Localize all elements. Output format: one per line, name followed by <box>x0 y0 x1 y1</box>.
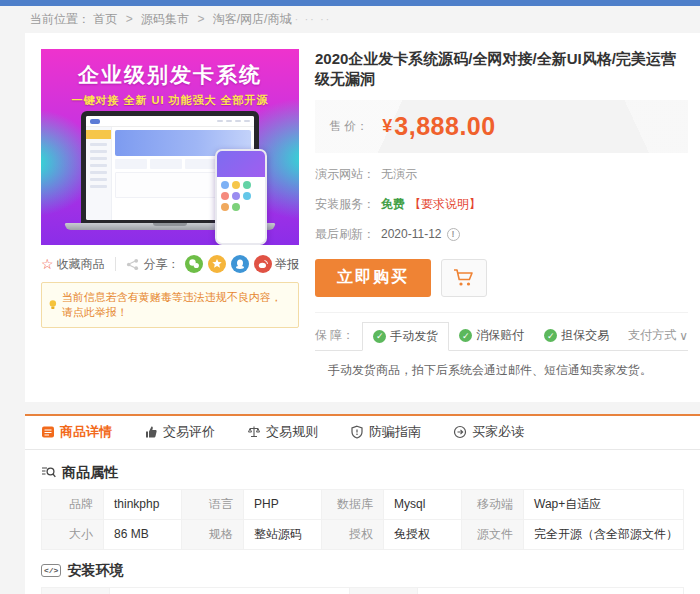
breadcrumb: 当前位置： 首页 > 源码集市 > 淘客/网店/商城 · ·· ·· <box>0 6 700 33</box>
tab-trade-rules[interactable]: 交易规则 <box>247 423 318 441</box>
product-summary-card: 企业级别发卡系统 一键对接 全新 UI 功能强大 全部开源 <box>25 33 700 402</box>
payment-methods-label: 支付方式 <box>628 327 676 344</box>
guarantee-label: 保 障： <box>315 327 354 344</box>
purchase-actions: 立即购买 <box>315 259 688 297</box>
breadcrumb-category-link[interactable]: 淘客/网店/商城 <box>213 12 292 26</box>
currency-symbol: ¥ <box>382 116 392 137</box>
tab-label: 防骗指南 <box>369 423 421 441</box>
attr-value: PHP <box>244 489 322 519</box>
env-label: 主机类型 <box>350 587 418 594</box>
check-icon: ✓ <box>544 329 557 342</box>
env-value: 免费 【要求说明】 <box>110 587 350 594</box>
badge-label: 消保赔付 <box>476 327 524 344</box>
tab-label: 交易规则 <box>266 423 318 441</box>
table-row: 安装服务 免费 【要求说明】 主机类型 独立主机（服务器、VPS、VM） <box>42 587 684 594</box>
attr-value: Mysql <box>384 489 462 519</box>
env-value: 独立主机（服务器、VPS、VM） <box>418 587 684 594</box>
badge-escrow-trade[interactable]: ✓ 担保交易 <box>534 322 619 349</box>
price-label: 售 价： <box>329 118 368 135</box>
demo-site-row: 演示网站： 无演示 <box>315 166 688 183</box>
attr-value: 完全开源（含全部源文件） <box>524 519 684 549</box>
shield-icon <box>350 425 364 439</box>
breadcrumb-label: 当前位置： <box>30 12 90 26</box>
tab-label: 交易评价 <box>163 423 215 441</box>
demo-site-label: 演示网站： <box>315 166 375 183</box>
install-service-row: 安装服务： 免费 【要求说明】 <box>315 196 688 213</box>
illegal-content-notice[interactable]: 当前信息若含有黄赌毒等违法违规不良内容，请点此举报！ <box>41 282 299 328</box>
breadcrumb-trailing-text: · ·· ·· <box>295 14 331 25</box>
attr-label: 语言 <box>182 489 244 519</box>
attributes-table: 品牌 thinkphp 语言 PHP 数据库 Mysql 移动端 Wap+自适应… <box>41 489 684 550</box>
attr-value: Wap+自适应 <box>524 489 684 519</box>
refresh-info-icon[interactable]: ! <box>447 228 460 241</box>
attr-label: 移动端 <box>462 489 524 519</box>
environment-heading: </> 安装环境 <box>41 562 684 580</box>
thumbs-up-icon <box>144 425 158 439</box>
attributes-heading-label: 商品属性 <box>62 464 118 482</box>
detail-content: 商品属性 品牌 thinkphp 语言 PHP 数据库 Mysql 移动端 Wa… <box>25 450 700 594</box>
favorite-share-row: ☆ 收藏商品 分享： <box>41 255 299 273</box>
notice-text: 当前信息若含有黄赌毒等违法违规不良内容，请点此举报！ <box>62 290 292 320</box>
laptop-mockup <box>65 111 275 230</box>
attr-value: thinkphp <box>104 489 182 519</box>
cart-icon <box>453 268 475 288</box>
table-row: 品牌 thinkphp 语言 PHP 数据库 Mysql 移动端 Wap+自适应 <box>42 489 684 519</box>
attr-value: 整站源码 <box>244 519 322 549</box>
badge-consumer-protection[interactable]: ✓ 消保赔付 <box>449 322 534 349</box>
divider <box>115 257 116 271</box>
price-bar: 售 价： ¥ 3,888.00 <box>315 100 688 153</box>
breadcrumb-separator: > <box>197 12 204 26</box>
environment-table: 安装服务 免费 【要求说明】 主机类型 独立主机（服务器、VPS、VM） 伪静态… <box>41 587 684 594</box>
product-detail-card: 商品详情 交易评价 交易规则 防骗指南 <box>25 414 700 594</box>
attr-label: 规格 <box>182 519 244 549</box>
share-label: 分享： <box>144 256 180 273</box>
install-requirement-link[interactable]: 【要求说明】 <box>409 196 481 213</box>
badge-manual-delivery[interactable]: ✓ 手动发货 <box>362 322 449 351</box>
breadcrumb-market-link[interactable]: 源码集市 <box>141 12 189 26</box>
tab-label: 买家必读 <box>472 423 524 441</box>
breadcrumb-separator: > <box>126 12 133 26</box>
banner-subline: 一键对接 全新 UI 功能强大 全部开源 <box>41 93 299 108</box>
favorite-button[interactable]: ☆ 收藏商品 <box>41 256 105 273</box>
price-amount: 3,888.00 <box>394 112 495 141</box>
attributes-heading: 商品属性 <box>41 464 684 482</box>
tab-trade-reviews[interactable]: 交易评价 <box>144 423 215 441</box>
demo-site-value: 无演示 <box>381 166 417 183</box>
banner-headline: 企业级别发卡系统 <box>41 61 299 89</box>
bulb-icon <box>48 298 58 312</box>
attr-label: 大小 <box>42 519 104 549</box>
install-service-label: 安装服务： <box>315 196 375 213</box>
attr-label: 品牌 <box>42 489 104 519</box>
badge-label: 手动发货 <box>390 328 438 345</box>
tab-buyer-must-read[interactable]: 买家必读 <box>453 423 524 441</box>
install-free-badge: 免费 <box>381 196 405 213</box>
magnifier-list-icon <box>41 465 56 480</box>
share-icon <box>126 258 139 271</box>
last-refresh-date: 2020-11-12 <box>381 227 442 241</box>
breadcrumb-home-link[interactable]: 首页 <box>93 12 117 26</box>
product-media-column: 企业级别发卡系统 一键对接 全新 UI 功能强大 全部开源 <box>41 49 299 390</box>
share-qq-icon[interactable] <box>231 255 249 273</box>
add-to-cart-button[interactable] <box>441 259 487 297</box>
product-image[interactable]: 企业级别发卡系统 一键对接 全新 UI 功能强大 全部开源 <box>41 49 299 245</box>
tab-antifraud-guide[interactable]: 防骗指南 <box>350 423 421 441</box>
share-qzone-icon[interactable] <box>208 255 226 273</box>
tab-product-detail[interactable]: 商品详情 <box>41 423 112 441</box>
buy-now-button[interactable]: 立即购买 <box>315 259 431 297</box>
share-wechat-icon[interactable] <box>185 255 203 273</box>
share-group: 分享： <box>126 255 272 273</box>
phone-mockup <box>215 149 267 245</box>
check-icon: ✓ <box>459 329 472 342</box>
attr-label: 授权 <box>322 519 384 549</box>
circle-arrow-icon <box>453 425 467 439</box>
star-icon: ☆ <box>41 256 54 272</box>
chevron-down-icon: ∨ <box>679 329 688 343</box>
report-link[interactable]: 举报 <box>275 256 299 273</box>
favorite-label: 收藏商品 <box>57 256 105 273</box>
code-icon: </> <box>41 564 61 577</box>
guarantee-section: 保 障： ✓ 手动发货 ✓ 消保赔付 ✓ 担保交易 支付方式 ∨ 手动 <box>315 312 688 390</box>
payment-methods-link[interactable]: 支付方式 ∨ <box>628 327 688 344</box>
guarantee-description: 手动发货商品，拍下后系统会通过邮件、短信通知卖家发货。 <box>315 350 688 390</box>
detail-tabs: 商品详情 交易评价 交易规则 防骗指南 <box>25 416 700 450</box>
share-weibo-icon[interactable] <box>254 255 272 273</box>
